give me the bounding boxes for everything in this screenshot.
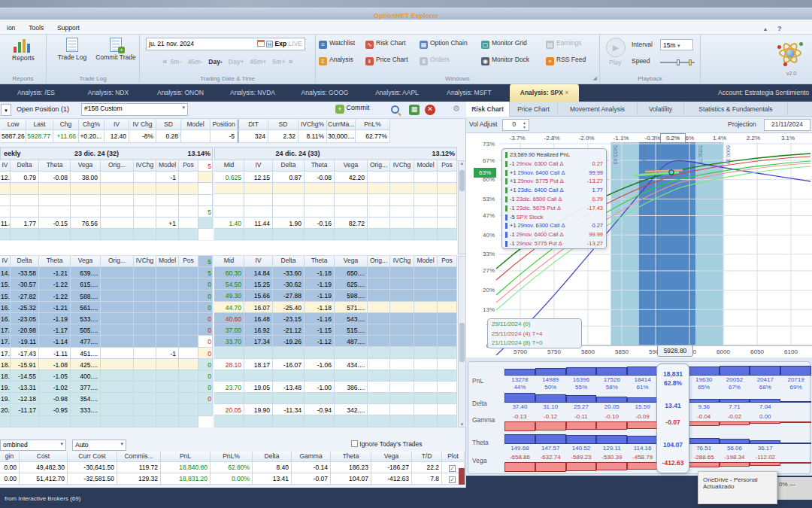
chain-cell[interactable]: -1.14 — [39, 336, 71, 347]
chain-cell[interactable] — [179, 404, 198, 415]
chain-cell[interactable]: 12.15 — [0, 172, 11, 183]
risk-tab-movement-analysis[interactable]: Movement Analysis — [558, 102, 638, 117]
chain-cell[interactable] — [414, 404, 438, 415]
auto-select[interactable]: Auto▾ — [72, 440, 126, 451]
chain-cell[interactable]: 18.17 — [244, 359, 273, 370]
chain-cell[interactable] — [390, 359, 414, 370]
chain-cell[interactable]: 354.... — [71, 393, 101, 404]
chain-cell[interactable]: 342.... — [335, 404, 368, 415]
chain-cell[interactable]: 650.... — [335, 267, 368, 278]
chain-cell[interactable]: 0.87 — [273, 172, 304, 183]
chain-cell[interactable] — [179, 217, 198, 229]
chain-cell[interactable]: -1.05 — [39, 370, 71, 382]
chain-cell[interactable]: -0.08 — [39, 172, 71, 183]
chain-cell[interactable]: 533.... — [71, 313, 101, 324]
chain-cell[interactable]: -23.15 — [273, 313, 304, 324]
chain-cell[interactable]: 20.02 — [0, 404, 11, 415]
tab-AAPL[interactable]: Analysis: AAPL — [361, 84, 433, 102]
chain-cell[interactable]: 0 — [198, 382, 213, 393]
reports-button[interactable]: Reports — [5, 38, 42, 62]
menu-item-ion[interactable]: ion — [0, 21, 22, 32]
chain-cell[interactable]: -1.12 — [304, 336, 335, 347]
chain-cell[interactable] — [368, 336, 390, 347]
chain-cell[interactable] — [438, 290, 457, 301]
tab-NDX[interactable]: Analysis: NDX — [72, 84, 144, 102]
chain-cell[interactable] — [101, 172, 134, 183]
chain2-scrollbar[interactable]: ▼ — [458, 256, 466, 427]
chain-cell[interactable]: -33.58 — [11, 267, 39, 278]
chain-cell[interactable] — [368, 404, 390, 415]
chain-cell[interactable]: 38.00 — [71, 172, 101, 183]
chain-cell[interactable]: 11.44 — [244, 217, 273, 229]
chain1-scrollbar[interactable]: ▲ — [458, 160, 466, 254]
chain-cell[interactable]: 5 — [198, 206, 213, 217]
tab-SPX-active[interactable]: Analysis: SPX × — [510, 84, 579, 102]
chain-cell[interactable]: -1.19 — [39, 313, 71, 324]
chain-cell[interactable] — [156, 313, 179, 324]
chain-cell[interactable]: -17.43 — [11, 348, 39, 359]
chain-cell[interactable] — [438, 313, 457, 324]
chain-cell[interactable]: 15.34 — [0, 278, 11, 290]
windows-item-watchlist[interactable]: ≡Watchlist — [319, 39, 355, 49]
chain-cell[interactable] — [134, 324, 156, 336]
chain-cell[interactable]: -1.19 — [304, 278, 335, 290]
tab-GOOG[interactable]: Analysis: GOOG — [289, 84, 361, 102]
chain-cell[interactable] — [156, 382, 179, 393]
chain-cell[interactable] — [368, 290, 390, 301]
chain-cell[interactable] — [134, 278, 156, 290]
chain-cell[interactable] — [368, 278, 390, 290]
collapse-ribbon-icon[interactable]: ▴ — [764, 26, 767, 32]
chain-cell[interactable]: -13.48 — [273, 382, 304, 393]
chain-cell[interactable] — [390, 336, 414, 347]
chain-cell[interactable]: -1.02 — [39, 382, 71, 393]
chain-cell[interactable] — [368, 302, 390, 313]
chain-cell[interactable]: -1.15 — [304, 324, 335, 336]
chain-cell[interactable]: 477.... — [71, 336, 101, 347]
chain-cell[interactable]: 0 — [198, 393, 213, 404]
vol-adjust-spinner[interactable]: 0 ▲▼ — [502, 119, 529, 131]
chain-cell[interactable] — [414, 278, 438, 290]
chain-cell[interactable] — [368, 267, 390, 278]
onedrive-toast[interactable]: OneDrive - Personal Actualizado — [698, 471, 777, 504]
chain-cell[interactable] — [414, 359, 438, 370]
chain-cell[interactable]: 16.59 — [0, 313, 11, 324]
chain-cell[interactable]: 487.... — [335, 336, 368, 347]
windows-item-rss[interactable]: »RSS Feed — [546, 56, 586, 65]
chain-cell[interactable] — [414, 172, 438, 183]
chain-cell[interactable] — [134, 359, 156, 370]
chain-cell[interactable]: 23.70 — [214, 382, 244, 393]
chain-cell[interactable] — [156, 393, 179, 404]
chain-cell[interactable]: 19.16 — [0, 382, 11, 393]
chain-cell[interactable] — [134, 291, 156, 302]
slider-thumb-2[interactable] — [689, 59, 692, 65]
chain-cell[interactable] — [368, 217, 390, 229]
chain-cell[interactable] — [368, 382, 390, 393]
chain-cell[interactable] — [368, 359, 390, 370]
chain-cell[interactable]: -1.21 — [39, 267, 71, 278]
chain-cell[interactable] — [179, 278, 198, 290]
chain-cell[interactable]: -1.18 — [304, 302, 335, 313]
chain-cell[interactable]: 0 — [198, 336, 213, 347]
chain-cell[interactable]: -14.55 — [11, 370, 39, 382]
export-icon[interactable]: ▦ — [409, 105, 420, 115]
chain-cell[interactable] — [134, 313, 156, 324]
risk-tab-statistics-fundamentals[interactable]: Statistics & Fundamentals — [684, 102, 788, 117]
chain-cell[interactable]: -1.22 — [39, 291, 71, 302]
plot-checkbox-icon[interactable]: ✓ — [449, 465, 456, 472]
chain-cell[interactable] — [179, 267, 198, 278]
chain-cell[interactable]: -15.91 — [11, 359, 39, 370]
windows-item-monitor-grid[interactable]: ▢Monitor Grid — [481, 39, 527, 49]
chain-cell[interactable] — [179, 172, 198, 183]
plot-checkbox-icon[interactable]: ✓ — [449, 476, 456, 483]
chain-cell[interactable]: 49.30 — [214, 290, 244, 301]
chain-cell[interactable]: 17.85 — [0, 348, 11, 359]
mini-combo[interactable]: ▾ — [1, 104, 11, 116]
preset-select[interactable]: #158 Custom▾ — [81, 103, 188, 116]
chain-cell[interactable]: -12.18 — [11, 393, 39, 404]
chain-cell[interactable]: -19.26 — [273, 336, 304, 347]
chain-cell[interactable]: -30.57 — [11, 278, 39, 290]
chain-cell[interactable] — [156, 324, 179, 336]
step-forward-icon[interactable]: » — [289, 56, 293, 65]
chain-cell[interactable]: 44.70 — [214, 302, 244, 313]
chain-cell[interactable] — [134, 370, 156, 382]
